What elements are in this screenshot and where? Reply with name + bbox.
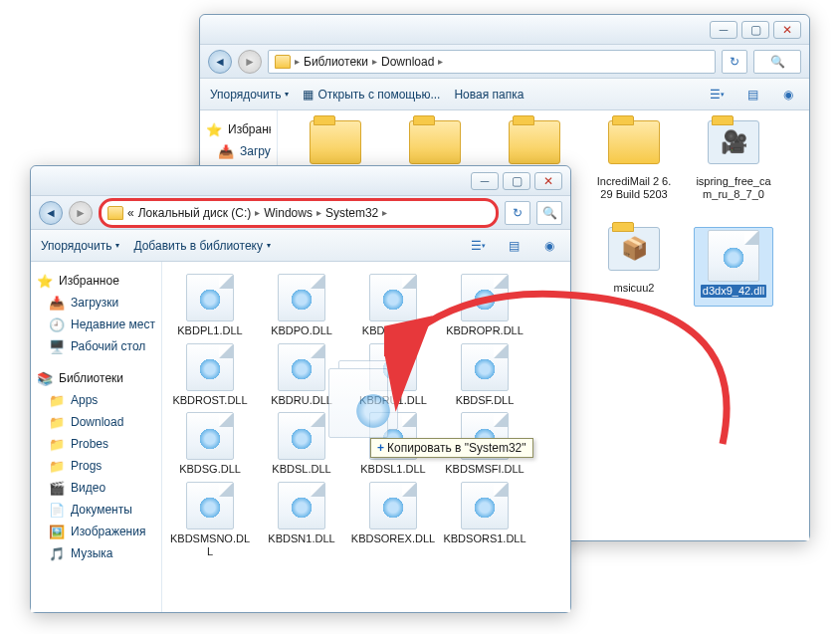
file-item[interactable]: KBDROPR.DLL (441, 274, 528, 337)
refresh-button[interactable]: ↻ (722, 50, 747, 74)
folder-icon: 🎵 (49, 545, 65, 561)
file-item[interactable]: KBDRU1.DLL (349, 343, 437, 407)
file-label: KBDSL1.DLL (360, 463, 425, 476)
file-item[interactable]: KBDSF.DLL (441, 343, 528, 407)
refresh-button[interactable]: ↻ (505, 201, 530, 225)
chevron-right-icon: ▸ (382, 207, 387, 218)
minimize-button[interactable]: ─ (710, 21, 737, 39)
folder-icon: 📁 (49, 414, 65, 430)
downloads-icon: 📥 (218, 143, 234, 159)
sidebar-item[interactable]: 📁Progs (37, 455, 155, 477)
file-label: KBDPO.DLL (271, 324, 332, 337)
sidebar-item[interactable]: 📁Apps (37, 389, 155, 411)
app-icon: ▦ (303, 88, 314, 102)
drop-tooltip: +Копировать в "System32" (370, 438, 533, 458)
folder-icon: 🕘 (49, 317, 65, 332)
sidebar-item[interactable]: 🕘Недавние места (37, 314, 155, 335)
organize-menu[interactable]: Упорядочить▾ (210, 88, 289, 102)
file-label: KBDROPR.DLL (446, 324, 524, 337)
nav-back-button[interactable]: ◄ (39, 201, 63, 225)
titlebar[interactable]: ─ ▢ ✕ (31, 166, 570, 196)
search-button[interactable]: 🔍 (536, 201, 562, 225)
sidebar-item[interactable]: 📁Probes (37, 433, 155, 455)
add-to-library-menu[interactable]: Добавить в библиотеку▾ (133, 239, 271, 253)
crumb-download[interactable]: Download (381, 55, 434, 69)
open-with-button[interactable]: ▦Открыть с помощью... (303, 88, 440, 102)
file-item[interactable]: 🎥ispring_free_cam_ru_8_7_0 (694, 120, 773, 213)
explorer-window-system32[interactable]: ─ ▢ ✕ ◄ ► « Локальный диск (C:) ▸ Window… (30, 165, 571, 613)
folder-icon: 📥 (49, 295, 65, 311)
file-label: KBDROST.DLL (172, 394, 247, 407)
folder-icon: 📁 (49, 392, 65, 408)
new-folder-button[interactable]: Новая папка (454, 88, 524, 102)
sidebar-item[interactable]: 📁Download (37, 411, 155, 433)
chevron-right-icon: ▸ (295, 56, 300, 67)
sidebar-head[interactable]: 📚Библиотеки (37, 367, 155, 389)
nav-forward-button[interactable]: ► (69, 201, 93, 225)
titlebar[interactable]: ─ ▢ ✕ (200, 15, 809, 45)
file-item[interactable]: KBDSL.DLL (258, 412, 345, 476)
breadcrumb[interactable]: ▸ Библиотеки ▸ Download ▸ (268, 50, 716, 74)
folder-icon: 📁 (49, 436, 65, 452)
file-label: IncrediMail 2 6.29 Build 5203 (594, 175, 674, 200)
sidebar-item[interactable]: 🖥️Рабочий стол (37, 335, 155, 357)
help-button[interactable]: ◉ (777, 84, 799, 106)
sidebar[interactable]: ⭐Избранное📥Загрузки🕘Недавние места🖥️Рабо… (31, 262, 162, 612)
file-item[interactable]: KBDRO.DLL (349, 274, 437, 337)
folder-icon (275, 55, 291, 69)
sidebar-item[interactable]: 🖼️Изображения (37, 521, 155, 542)
file-label: KBDPL1.DLL (177, 324, 242, 337)
close-button[interactable]: ✕ (773, 21, 801, 39)
file-label: KBDSN1.DLL (268, 532, 334, 545)
file-item[interactable]: KBDROST.DLL (166, 343, 254, 407)
maximize-button[interactable]: ▢ (741, 21, 769, 39)
toolbar: Упорядочить▾ ▦Открыть с помощью... Новая… (200, 79, 809, 110)
folder-icon: 🖼️ (49, 524, 65, 539)
crumb-windows[interactable]: Windows (264, 206, 313, 220)
view-options-button[interactable]: ☰▾ (467, 235, 489, 257)
address-bar-row: ◄ ► « Локальный диск (C:) ▸ Windows ▸ Sy… (31, 196, 570, 230)
file-item[interactable]: d3dx9_42.dll (694, 227, 773, 307)
address-bar-row: ◄ ► ▸ Библиотеки ▸ Download ▸ ↻ 🔍 (200, 45, 809, 79)
file-item[interactable]: KBDSORS1.DLL (441, 482, 528, 557)
help-button[interactable]: ◉ (538, 235, 560, 257)
crumb-libraries[interactable]: Библиотеки (304, 55, 368, 69)
file-item[interactable]: KBDSN1.DLL (258, 482, 345, 557)
minimize-button[interactable]: ─ (471, 172, 499, 190)
preview-pane-button[interactable]: ▤ (503, 235, 525, 257)
close-button[interactable]: ✕ (534, 172, 562, 190)
file-item[interactable]: KBDSMSNO.DLL (166, 482, 254, 557)
sidebar-item[interactable]: 📥Загрузки (37, 292, 155, 314)
search-button[interactable]: 🔍 (753, 50, 801, 74)
crumb-system32[interactable]: System32 (325, 206, 378, 220)
breadcrumb[interactable]: « Локальный диск (C:) ▸ Windows ▸ System… (99, 198, 499, 228)
chevron-right-icon: ▸ (255, 207, 260, 218)
file-grid[interactable]: KBDPL1.DLLKBDPO.DLLKBDRO.DLLKBDROPR.DLLK… (162, 262, 570, 612)
folder-icon: 🎬 (49, 480, 65, 496)
sidebar-head[interactable]: ⭐Избранное (37, 270, 155, 292)
crumb-back-chevrons[interactable]: « (127, 206, 134, 220)
star-icon: ⭐ (37, 273, 53, 289)
maximize-button[interactable]: ▢ (503, 172, 530, 190)
sidebar-item[interactable]: 📄Документы (37, 499, 155, 521)
view-options-button[interactable]: ☰▾ (706, 84, 728, 106)
plus-icon: + (377, 441, 384, 455)
crumb-local-disk[interactable]: Локальный диск (C:) (138, 206, 252, 220)
preview-pane-button[interactable]: ▤ (741, 84, 763, 106)
file-label: KBDSL.DLL (272, 463, 330, 476)
sidebar-favorites-head[interactable]: ⭐Избранное (206, 118, 271, 140)
nav-forward-button[interactable]: ► (238, 50, 262, 74)
file-item[interactable]: KBDRU.DLL (258, 343, 345, 407)
nav-back-button[interactable]: ◄ (208, 50, 232, 74)
sidebar-item[interactable]: 🎬Видео (37, 477, 155, 499)
file-item[interactable]: KBDSG.DLL (166, 412, 254, 476)
sidebar-item-downloads[interactable]: 📥Загрузки (206, 140, 271, 162)
organize-menu[interactable]: Упорядочить▾ (41, 239, 119, 253)
file-item[interactable]: KBDPL1.DLL (166, 274, 254, 337)
file-item[interactable]: KBDPO.DLL (258, 274, 345, 337)
file-item[interactable]: IncrediMail 2 6.29 Build 5203 (594, 120, 674, 213)
file-item[interactable]: 📦msicuu2 (594, 227, 674, 307)
sidebar-item[interactable]: 🎵Музыка (37, 542, 155, 564)
file-item[interactable]: KBDSOREX.DLL (349, 482, 437, 557)
file-label: KBDSMSFI.DLL (445, 463, 524, 476)
